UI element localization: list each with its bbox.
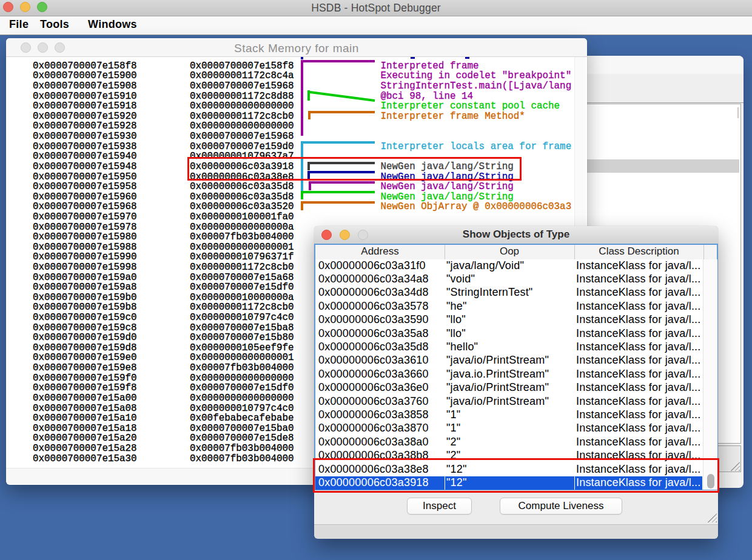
objects-table-row[interactable]: 0x00000006c03a35d8"hello"InstanceKlass f… [315, 341, 703, 354]
memory-address: 0x0000700007e159f0 [33, 373, 137, 384]
memory-address: 0x0000700007e15938 [33, 142, 137, 152]
screen: HSDB - HotSpot Debugger File Tools Windo… [0, 0, 752, 560]
objects-resize-grip[interactable] [707, 513, 717, 522]
memory-address: 0x0000700007e15928 [33, 121, 137, 132]
cell-class-description: InstanceKlass for java/l... [576, 313, 701, 326]
cell-oop: "java.io.PrintStream" [446, 367, 549, 381]
objects-table-row[interactable]: 0x00000006c03a3660"java.io.PrintStream"I… [315, 368, 703, 381]
cell-address: 0x00000006c03a34d8 [318, 285, 429, 299]
memory-value: 0x00febabecafebabe [190, 413, 294, 424]
header-separator [703, 245, 704, 259]
memory-address: 0x0000700007e15910 [33, 92, 137, 102]
cell-class-description: InstanceKlass for java/l... [576, 327, 701, 340]
cell-class-description: InstanceKlass for java/l... [576, 259, 701, 272]
stack-annotation-label: @bci 98, line 14 [381, 92, 474, 102]
memory-address: 0x0000700007e15920 [33, 112, 137, 122]
memory-address: 0x0000700007e15900 [33, 71, 137, 81]
memory-value: 0x0000000000000001 [190, 242, 294, 253]
memory-value: 0x0000700007e158f8 [190, 61, 294, 72]
menu-windows[interactable]: Windows [88, 18, 137, 31]
stack-annotation-bracket [301, 60, 303, 136]
objects-table-row[interactable]: 0x00000006c03a3610"java/io/PrintStream"I… [315, 354, 703, 367]
background-window-titlebar [570, 56, 744, 75]
menu-file[interactable]: File [9, 18, 29, 31]
memory-address: 0x0000700007e15a20 [33, 433, 137, 444]
memory-address: 0x0000700007e159b8 [33, 302, 137, 313]
stack-annotation-label: Executing in codelet "breakpoint" [381, 71, 572, 81]
memory-value: 0x0000700007e15df0 [190, 383, 294, 393]
memory-value: 0x000000010797c4c0 [190, 404, 294, 414]
objects-table-row[interactable]: 0x00000006c03a35a8"llo"InstanceKlass for… [315, 327, 703, 341]
memory-address: 0x0000700007e15988 [33, 242, 137, 253]
memory-address: 0x0000700007e15930 [33, 132, 137, 142]
objects-window-footer [314, 524, 718, 539]
column-header-address[interactable]: Address [315, 245, 445, 258]
stack-annotation-label: NewGen java/lang/String [381, 192, 514, 202]
memory-row: 0x0000700007e159700x0000000100001fa0 [6, 212, 575, 222]
objects-table-row[interactable]: 0x00000006c03a36e0"java/io/PrintStream"I… [315, 381, 703, 395]
cell-address: 0x00000006c03a3870 [318, 421, 429, 435]
objects-table-row[interactable]: 0x00000006c03a3590"llo"InstanceKlass for… [315, 313, 703, 327]
memory-value: 0x0000000105eef9fe [190, 343, 294, 353]
memory-value: 0x0000700007e15ba8 [190, 323, 294, 333]
background-window-toolbar [570, 74, 744, 103]
stack-annotation-label: Interpreter locals area for frame [381, 142, 572, 152]
memory-address: 0x0000700007e15998 [33, 262, 137, 273]
memory-address: 0x0000700007e159c8 [33, 323, 137, 333]
stack-annotation-bracket [301, 191, 375, 193]
column-header-class-description[interactable]: Class Description [574, 245, 703, 258]
stack-annotation-bracket [301, 60, 375, 62]
cell-address: 0x00000006c03a3610 [318, 353, 429, 367]
cell-class-description: InstanceKlass for java/l... [576, 340, 701, 353]
memory-address: 0x0000700007e159f8 [33, 383, 137, 393]
memory-value: 0x00000006c03a35d8 [190, 182, 294, 192]
memory-value: 0x0000000000000000 [190, 373, 294, 384]
header-separator [574, 245, 575, 259]
stack-annotation-label: Interpreter constant pool cache [381, 101, 560, 112]
background-window-selected-row [574, 159, 739, 173]
objects-table: Address Oop Class Description 0x00000006… [314, 244, 718, 491]
menu-tools[interactable]: Tools [40, 18, 69, 31]
objects-table-row[interactable]: 0x00000006c03a3760"java/io/PrintStream"I… [315, 395, 703, 408]
objects-table-row[interactable]: 0x00000006c03a3870"1"InstanceKlass for j… [315, 422, 703, 435]
memory-value: 0x00000001172c8cb0 [190, 302, 294, 313]
menu-bar: File Tools Windows [0, 16, 752, 35]
memory-address: 0x0000700007e15990 [33, 252, 137, 262]
cell-address: 0x00000006c03a3858 [318, 408, 429, 421]
memory-address: 0x0000700007e159b0 [33, 293, 137, 303]
cell-class-description: InstanceKlass for java/l... [576, 353, 701, 367]
memory-value: 0x0000700007e15968 [190, 81, 294, 92]
cell-class-description: InstanceKlass for java/l... [576, 299, 701, 313]
cell-class-description: InstanceKlass for java/l... [576, 381, 701, 394]
memory-address: 0x0000700007e15a08 [33, 404, 137, 414]
stack-annotation-bracket [301, 191, 303, 199]
objects-table-row[interactable]: 0x00000006c03a38a0"2"InstanceKlass for j… [315, 436, 703, 449]
cell-class-description: InstanceKlass for java/l... [576, 435, 701, 448]
cell-oop: "llo" [446, 313, 466, 326]
compute-liveness-button[interactable]: Compute Liveness [500, 498, 622, 515]
stack-annotation-clipped [411, 57, 415, 59]
memory-address: 0x0000700007e15a28 [33, 444, 137, 454]
objects-table-row[interactable]: 0x00000006c03a3578"he"InstanceKlass for … [315, 300, 703, 313]
memory-value: 0x00000006c03a3520 [190, 202, 294, 212]
memory-value: 0x000000010000000a [190, 293, 294, 303]
column-header-oop[interactable]: Oop [445, 245, 574, 258]
objects-table-row[interactable]: 0x00000006c03a3858"1"InstanceKlass for j… [315, 408, 703, 422]
objects-table-row[interactable]: 0x00000006c03a34d8"StringInternTest"Inst… [315, 286, 703, 299]
memory-value: 0x0000000000000000 [190, 393, 294, 404]
memory-value: 0x00007fb03b004000 [190, 444, 294, 454]
inspect-button[interactable]: Inspect [407, 498, 472, 515]
cell-oop: "1" [446, 408, 460, 421]
objects-table-scrollbar[interactable] [703, 259, 717, 490]
objects-table-header: Address Oop Class Description [315, 245, 717, 259]
memory-address: 0x0000700007e159d0 [33, 333, 137, 343]
memory-address: 0x0000700007e159e8 [33, 363, 137, 373]
objects-table-row[interactable]: 0x00000006c03a34a8"void"InstanceKlass fo… [315, 273, 703, 286]
app-titlebar: HSDB - HotSpot Debugger [0, 0, 752, 16]
cell-oop: "hello" [446, 340, 478, 353]
cell-address: 0x00000006c03a38a0 [318, 435, 429, 448]
memory-address: 0x0000700007e159d8 [33, 343, 137, 353]
background-window-resize-grip[interactable] [730, 462, 740, 471]
objects-table-row[interactable]: 0x00000006c03a31f0"java/lang/Void"Instan… [315, 259, 703, 273]
cell-oop: "he" [446, 299, 467, 313]
